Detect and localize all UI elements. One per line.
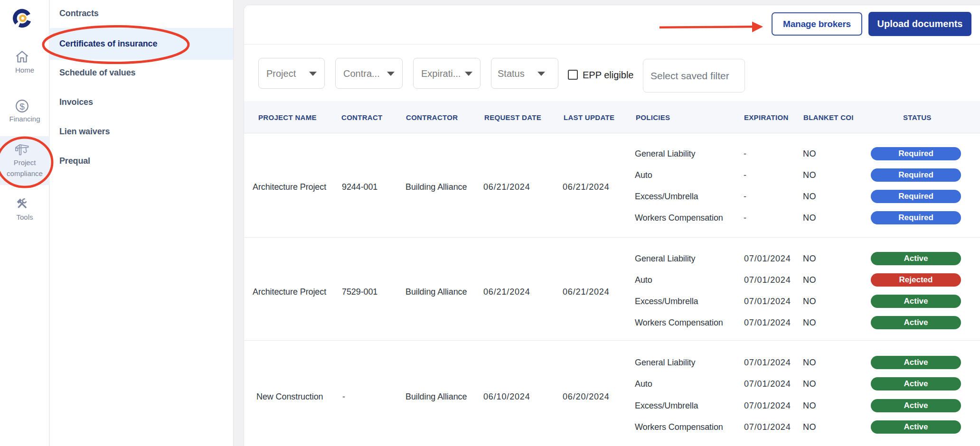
svg-text:$: $ (19, 102, 25, 112)
